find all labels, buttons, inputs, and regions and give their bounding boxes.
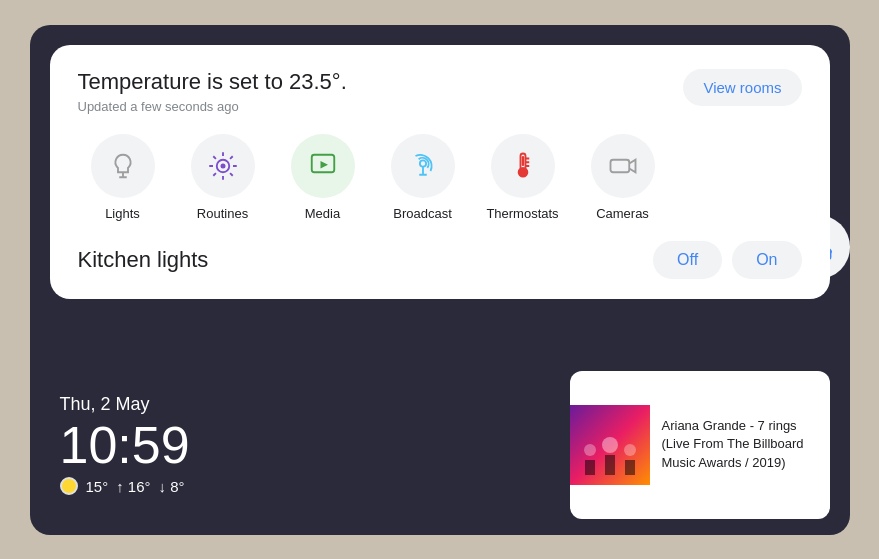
shortcut-broadcast[interactable]: Broadcast	[378, 134, 468, 221]
svg-rect-21	[521, 156, 524, 166]
shortcut-lights[interactable]: Lights	[78, 134, 168, 221]
thermostats-label: Thermostats	[486, 206, 558, 221]
temperature-section: Temperature is set to 23.5°. Updated a f…	[78, 69, 347, 114]
toggle-group: Off On	[653, 241, 801, 279]
svg-line-9	[230, 156, 233, 159]
temperature-title: Temperature is set to 23.5°.	[78, 69, 347, 95]
broadcast-label: Broadcast	[393, 206, 452, 221]
view-rooms-button[interactable]: View rooms	[683, 69, 801, 106]
shortcut-routines[interactable]: Routines	[178, 134, 268, 221]
svg-rect-22	[610, 159, 629, 172]
media-label: Media	[305, 206, 340, 221]
broadcast-icon	[408, 151, 438, 181]
shortcut-thermostats[interactable]: Thermostats	[478, 134, 568, 221]
shortcuts-row: Lights	[78, 134, 802, 221]
svg-marker-12	[320, 161, 328, 169]
weather-high: ↑ 16°	[116, 478, 150, 495]
media-card[interactable]: Ariana Grande - 7 rings (Live From The B…	[570, 371, 830, 519]
card-header: Temperature is set to 23.5°. Updated a f…	[78, 69, 802, 114]
svg-rect-24	[585, 460, 595, 475]
kitchen-lights-row: Kitchen lights Off On	[78, 241, 802, 279]
camera-icon	[608, 151, 638, 181]
temperature-subtitle: Updated a few seconds ago	[78, 99, 347, 114]
svg-line-8	[213, 173, 216, 176]
cameras-label: Cameras	[596, 206, 649, 221]
kitchen-lights-label: Kitchen lights	[78, 247, 209, 273]
routines-icon	[208, 151, 238, 181]
light-bulb-icon	[108, 151, 138, 181]
on-button[interactable]: On	[732, 241, 801, 279]
lights-label: Lights	[105, 206, 140, 221]
broadcast-icon-circle	[391, 134, 455, 198]
date-text: Thu, 2 May	[60, 394, 540, 415]
media-icon-circle	[291, 134, 355, 198]
media-icon	[308, 151, 338, 181]
svg-point-10	[220, 163, 225, 168]
off-button[interactable]: Off	[653, 241, 722, 279]
svg-rect-26	[625, 460, 635, 475]
routines-icon-circle	[191, 134, 255, 198]
weather-low: ↓ 8°	[159, 478, 185, 495]
media-thumbnail-image	[570, 405, 650, 485]
weather-temp: 15°	[86, 478, 109, 495]
date-time-section: Thu, 2 May 10:59 15° ↑ 16° ↓ 8°	[30, 355, 570, 535]
bottom-section: Thu, 2 May 10:59 15° ↑ 16° ↓ 8°	[30, 355, 850, 535]
svg-point-17	[518, 167, 527, 176]
shortcut-cameras[interactable]: Cameras	[578, 134, 668, 221]
svg-line-4	[213, 156, 216, 159]
routines-label: Routines	[197, 206, 248, 221]
weather-icon	[60, 477, 78, 495]
time-text: 10:59	[60, 419, 540, 471]
media-title: Ariana Grande - 7 rings (Live From The B…	[662, 417, 818, 472]
svg-point-28	[602, 437, 618, 453]
media-thumbnail	[570, 405, 650, 485]
svg-rect-25	[605, 455, 615, 475]
media-thumbnail-inner	[570, 405, 650, 485]
cameras-icon-circle	[591, 134, 655, 198]
smart-home-card: Temperature is set to 23.5°. Updated a f…	[50, 45, 830, 299]
thermostats-icon-circle	[491, 134, 555, 198]
weather-row: 15° ↑ 16° ↓ 8°	[60, 477, 540, 495]
thermostat-icon	[508, 151, 538, 181]
svg-point-27	[584, 444, 596, 456]
shortcut-media[interactable]: Media	[278, 134, 368, 221]
svg-line-5	[230, 173, 233, 176]
media-info: Ariana Grande - 7 rings (Live From The B…	[650, 407, 830, 482]
svg-point-13	[419, 160, 425, 166]
svg-point-29	[624, 444, 636, 456]
lights-icon-circle	[91, 134, 155, 198]
smart-home-screen: Temperature is set to 23.5°. Updated a f…	[30, 25, 850, 535]
